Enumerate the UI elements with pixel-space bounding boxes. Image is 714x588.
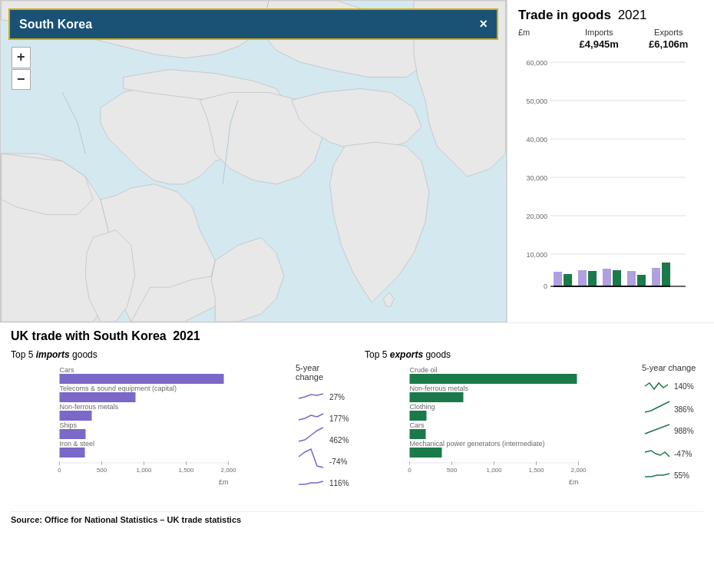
svg-rect-24 — [662, 263, 670, 286]
map-container: South Korea × + − — [0, 0, 507, 322]
svg-text:60,000: 60,000 — [526, 59, 547, 67]
svg-text:Non-ferrous metals: Non-ferrous metals — [410, 385, 469, 392]
trade-panel-title: Trade in goods 2021 — [518, 8, 646, 22]
svg-text:Iron & steel: Iron & steel — [60, 440, 95, 448]
svg-rect-54 — [410, 374, 577, 384]
imports-section-title: Top 5 imports goods — [11, 349, 349, 360]
svg-text:386%: 386% — [674, 405, 694, 414]
svg-text:1,500: 1,500 — [528, 467, 544, 474]
svg-rect-29 — [60, 392, 136, 402]
svg-text:55%: 55% — [674, 471, 689, 480]
svg-text:27%: 27% — [329, 393, 345, 401]
exports-header: Exports — [634, 28, 704, 37]
svg-rect-58 — [410, 411, 427, 421]
imports-value: £4,945m — [564, 38, 634, 50]
svg-text:2,000: 2,000 — [570, 467, 587, 474]
exports-sparklines: 140% 386% 988% -47% 55% — [642, 374, 703, 497]
imports-bars-area: Cars Telecoms & sound equipment (capital… — [11, 363, 293, 508]
exports-change-column: 5-year change 140% 386% 988% -47% — [642, 363, 703, 499]
svg-text:116%: 116% — [329, 479, 349, 487]
svg-rect-62 — [410, 448, 442, 458]
svg-text:Crude oil: Crude oil — [410, 366, 438, 374]
svg-rect-25 — [554, 286, 670, 287]
svg-rect-21 — [627, 271, 636, 286]
svg-text:£m: £m — [569, 478, 579, 486]
svg-text:Mechanical power generators (i: Mechanical power generators (intermediat… — [410, 440, 545, 448]
svg-text:50,000: 50,000 — [526, 97, 547, 105]
svg-text:Clothing: Clothing — [410, 403, 435, 411]
svg-rect-19 — [603, 269, 611, 286]
exports-section-title: Top 5 exports goods — [365, 349, 703, 360]
svg-text:0: 0 — [544, 282, 547, 290]
svg-text:500: 500 — [447, 467, 458, 474]
imports-bar-chart: Cars Telecoms & sound equipment (capital… — [11, 363, 293, 490]
exports-bars-area: Crude oil Non-ferrous metals Clothing Ca… — [365, 363, 639, 499]
source-text: Source: Office for National Statistics –… — [11, 511, 703, 524]
svg-text:-47%: -47% — [674, 450, 692, 458]
svg-text:1,000: 1,000 — [136, 467, 152, 474]
imports-change-column: 5-year change 27% 177% 462% -74% — [296, 363, 349, 508]
svg-text:500: 500 — [97, 467, 107, 474]
imports-chart-area: Cars Telecoms & sound equipment (capital… — [11, 363, 349, 508]
svg-text:1,500: 1,500 — [178, 467, 194, 474]
svg-text:177%: 177% — [329, 415, 349, 423]
zoom-out-button[interactable]: − — [12, 69, 31, 91]
svg-text:Telecoms & sound equipment (ca: Telecoms & sound equipment (capital) — [60, 385, 177, 392]
svg-rect-23 — [652, 268, 660, 286]
map-zoom-controls: + − — [12, 47, 31, 90]
svg-text:Ships: Ships — [60, 421, 78, 429]
svg-text:20,000: 20,000 — [526, 213, 547, 220]
svg-text:30,000: 30,000 — [526, 174, 547, 182]
svg-text:£m: £m — [219, 478, 229, 486]
svg-text:0: 0 — [408, 467, 412, 474]
exports-value: £6,106m — [634, 38, 704, 50]
trade-bar-chart: 60,000 50,000 40,000 30,000 20,000 10,00… — [518, 56, 703, 294]
map-country-title: South Korea — [19, 18, 92, 31]
svg-text:462%: 462% — [329, 436, 349, 444]
svg-rect-17 — [578, 270, 587, 286]
trade-in-goods-panel: Trade in goods 2021 £m Imports Exports £… — [507, 0, 714, 322]
svg-rect-18 — [588, 271, 597, 286]
currency-label: £m — [518, 28, 564, 37]
svg-rect-31 — [60, 411, 92, 421]
imports-sparklines: 27% 177% 462% -74% 116% — [296, 383, 349, 506]
svg-rect-60 — [410, 429, 426, 439]
svg-text:1,000: 1,000 — [486, 467, 502, 474]
svg-text:140%: 140% — [674, 382, 694, 391]
svg-text:10,000: 10,000 — [526, 251, 547, 259]
currency-spacer — [518, 40, 564, 50]
svg-text:Non-ferrous metals: Non-ferrous metals — [60, 403, 119, 411]
svg-rect-15 — [554, 272, 562, 286]
exports-bar-chart: Crude oil Non-ferrous metals Clothing Ca… — [365, 363, 639, 490]
map-title-bar: South Korea × — [8, 8, 498, 40]
map-close-button[interactable]: × — [479, 16, 488, 32]
bottom-title: UK trade with South Korea 2021 — [11, 329, 703, 343]
svg-rect-22 — [637, 275, 646, 286]
exports-section: Top 5 exports goods Crude oil Non-ferrou… — [365, 349, 703, 508]
exports-chart-area: Crude oil Non-ferrous metals Clothing Ca… — [365, 363, 703, 499]
svg-rect-56 — [410, 392, 464, 402]
bottom-section: UK trade with South Korea 2021 Top 5 imp… — [0, 322, 714, 529]
svg-line-77 — [645, 424, 669, 434]
zoom-in-button[interactable]: + — [12, 47, 31, 68]
exports-change-header: 5-year change — [642, 363, 703, 372]
imports-section: Top 5 imports goods Cars Telecoms & soun… — [11, 349, 349, 508]
trade-chart-svg: 60,000 50,000 40,000 30,000 20,000 10,00… — [518, 56, 687, 294]
svg-rect-16 — [564, 274, 572, 286]
imports-change-header: 5-year change — [296, 363, 349, 382]
svg-text:988%: 988% — [674, 427, 694, 435]
trade-charts-row: Top 5 imports goods Cars Telecoms & soun… — [11, 349, 703, 508]
imports-header: Imports — [564, 28, 634, 37]
svg-text:-74%: -74% — [329, 458, 347, 466]
svg-text:Cars: Cars — [60, 366, 75, 374]
svg-text:0: 0 — [58, 467, 61, 474]
svg-text:Cars: Cars — [410, 421, 425, 429]
svg-rect-20 — [613, 270, 621, 286]
svg-rect-35 — [60, 448, 85, 458]
svg-rect-33 — [60, 429, 86, 439]
svg-rect-27 — [60, 374, 224, 384]
svg-text:2,000: 2,000 — [220, 467, 236, 474]
svg-text:40,000: 40,000 — [526, 136, 547, 144]
